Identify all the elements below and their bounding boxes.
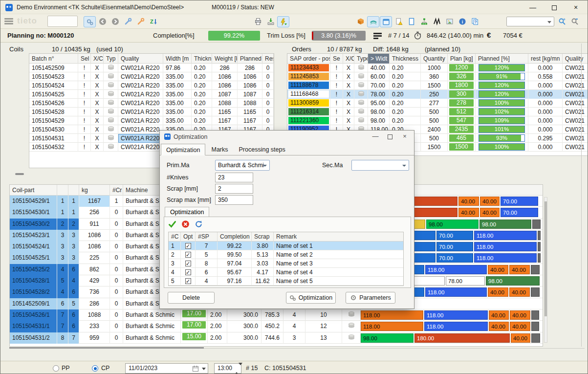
table-row[interactable]: 1051504526/17610880Burhardt & Schmic17.0… [10, 309, 543, 321]
column-header[interactable]: Sel [78, 54, 91, 64]
pattern-segment[interactable]: 118.00 [424, 322, 488, 331]
wrench-orange-button[interactable] [134, 16, 147, 27]
pattern-segment[interactable]: 118.00 [474, 242, 537, 251]
opt-checkbox[interactable]: ✓ [185, 269, 191, 275]
dialog-close-button[interactable]: × [397, 131, 412, 142]
column-header[interactable] [57, 185, 68, 196]
pattern-segment[interactable]: 40.00 [509, 265, 530, 274]
opt-checkbox[interactable]: ✓ [185, 252, 191, 258]
delete-button[interactable]: Delete [168, 292, 215, 304]
column-header[interactable]: Se [330, 54, 343, 64]
knives-input[interactable]: 23 [215, 173, 253, 182]
apply-check-icon[interactable] [168, 220, 176, 228]
column-header[interactable]: Planned [238, 54, 262, 64]
nav-forward-button[interactable] [109, 16, 121, 27]
column-header[interactable]: Quantity [421, 54, 448, 64]
pattern-segment[interactable]: 40.00 [510, 322, 530, 331]
column-header[interactable]: SAP order - pos [287, 54, 330, 64]
pattern-segment[interactable]: 78.00 [446, 276, 485, 286]
flash-button[interactable] [277, 16, 289, 27]
column-header[interactable]: Batch n° [29, 54, 78, 64]
column-header[interactable]: rest [kg/mn [528, 54, 563, 64]
pattern-segment[interactable]: 40.00 [458, 197, 479, 206]
column-header[interactable]: #C [169, 232, 181, 241]
refresh-icon[interactable] [195, 220, 203, 228]
pattern-segment[interactable] [531, 310, 539, 320]
close-button[interactable]: × [565, 0, 587, 14]
table-row[interactable]: 1051504528!XCW021A R220335.000.201165116… [29, 108, 274, 116]
pattern-segment[interactable]: 98.00 [361, 333, 414, 343]
table-row[interactable]: 111245853!X60.000.2036032691%0.558CW021 [287, 72, 588, 81]
vertical-scrollbar-thumb[interactable] [544, 201, 547, 316]
pattern-segment[interactable]: 70.00 [436, 253, 473, 263]
table-row[interactable]: 111300859!X95.000.20277278100%0.000CW021 [287, 99, 588, 108]
column-header[interactable]: X/C [91, 54, 104, 64]
package-button[interactable] [354, 16, 367, 27]
column-header[interactable]: Typ [104, 54, 118, 64]
table-row[interactable]: 1✓799.223.80Name of set 1 [169, 242, 403, 250]
quick-export-button[interactable] [47, 16, 78, 27]
date-input[interactable]: 11/01/2023 [125, 363, 208, 374]
page-warning-button[interactable] [392, 16, 405, 27]
pattern-segment[interactable]: 118.00 [361, 310, 423, 320]
parameters-button[interactable]: Parameters [346, 292, 395, 304]
pattern-segment[interactable]: 40.00 [489, 322, 509, 331]
prim-ma-select[interactable]: Burhardt & Schmi [215, 160, 270, 171]
layers-wave-button[interactable] [367, 16, 379, 27]
pattern-segment[interactable]: 180.00 [414, 333, 510, 343]
cp-radio[interactable] [92, 365, 98, 372]
column-header[interactable]: Completion [218, 232, 252, 241]
time-spinner[interactable] [235, 364, 240, 374]
column-header[interactable]: Quality [563, 54, 588, 64]
tab-optimization[interactable]: Optimization [161, 144, 205, 155]
search-wrench-button[interactable] [568, 16, 581, 27]
scrap-max-input[interactable]: 350 [215, 195, 253, 205]
org-chart-button[interactable] [418, 16, 430, 27]
pattern-segment[interactable]: 70.00 [501, 208, 538, 217]
image-button[interactable] [443, 16, 456, 27]
table-row[interactable]: 1051504526!XCW021A R220335.000.201088108… [29, 99, 274, 108]
pattern-segment[interactable] [538, 231, 541, 240]
column-header[interactable]: #Cr [110, 185, 123, 196]
pattern-segment[interactable]: 118.00 [474, 253, 537, 263]
table-row[interactable]: 5✓497.1611.62Name of set 5 [169, 277, 403, 286]
pattern-segment[interactable]: 40.00 [488, 287, 508, 297]
pattern-segment[interactable]: 40.00 [480, 197, 500, 206]
wrench-blue-button[interactable] [122, 16, 134, 27]
splitter-handle[interactable] [15, 173, 24, 175]
pattern-segment[interactable]: 70.00 [501, 197, 538, 206]
window-frame-button[interactable] [380, 16, 392, 27]
time-input[interactable]: 13:00 [214, 363, 241, 374]
pattern-segment[interactable]: 118.00 [425, 265, 487, 274]
dialog-maximize-button[interactable] [383, 131, 397, 142]
column-header[interactable]: Width [m [163, 54, 192, 64]
column-header[interactable]: X/C [343, 54, 354, 64]
table-row[interactable]: 1051504525!XCW021A R220335.000.201087108… [29, 90, 274, 99]
dialog-minimize-button[interactable]: — [368, 131, 383, 142]
export-inbox-button[interactable] [264, 16, 277, 27]
table-row[interactable]: 3✓897.043.03Name of set 3 [169, 259, 403, 268]
tab-processing-steps[interactable]: Processing steps [234, 144, 290, 155]
scrap-input[interactable]: 2 [215, 184, 253, 194]
column-header[interactable]: Coil-part [10, 185, 57, 196]
opt-checkbox[interactable]: ✓ [185, 243, 191, 249]
column-header[interactable]: Rest [kg [262, 54, 274, 64]
pattern-segment[interactable]: 118.00 [474, 231, 537, 240]
nav-back-button[interactable] [96, 16, 109, 27]
table-row[interactable]: 1051504531/1762330Burhardt & Schmic17.00… [10, 321, 543, 332]
pattern-segment[interactable]: 70.00 [436, 231, 473, 240]
inner-optimization-tab[interactable]: Optimization [165, 207, 209, 217]
table-row[interactable]: 1051504523!XCW021A R220335.000.201086108… [29, 72, 274, 81]
column-header[interactable]: Type [354, 54, 368, 64]
pattern-segment[interactable]: 98.00 [479, 220, 531, 229]
pattern-segment[interactable]: 118.00 [424, 310, 488, 320]
opt-checkbox[interactable]: ✓ [185, 278, 191, 284]
page-button[interactable] [405, 16, 417, 27]
table-row[interactable]: 1051504529!XCW021A R220335.000.201167116… [29, 116, 274, 125]
printer-button[interactable] [252, 16, 264, 27]
pattern-segment[interactable] [538, 253, 541, 263]
column-header[interactable]: Planned [%] [476, 54, 528, 64]
toolbar-combobox[interactable] [506, 17, 554, 26]
table-row[interactable]: 111188678!X70.000.2015001800120%0.000CW0… [287, 81, 588, 90]
info-button[interactable]: i [456, 16, 468, 27]
